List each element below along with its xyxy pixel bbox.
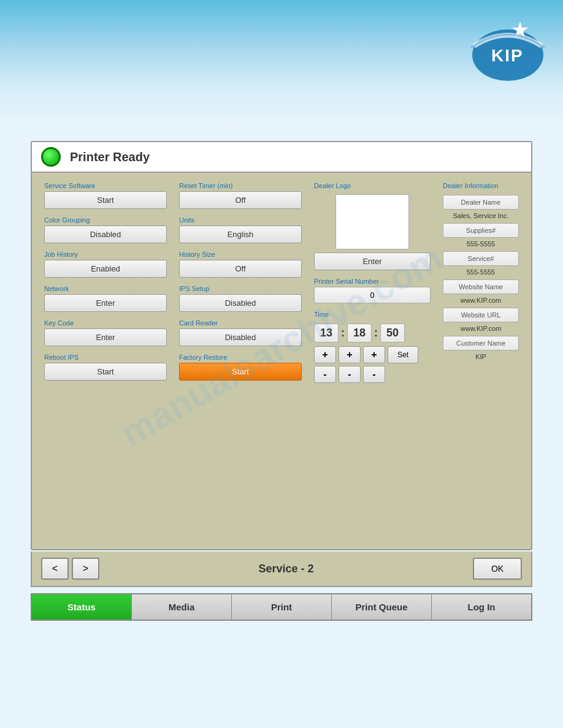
center-column: Dealer Logo Enter Printer Serial Number … (314, 182, 431, 383)
kip-logo: KIP (468, 12, 548, 85)
printer-serial-section: Printer Serial Number (314, 278, 431, 303)
time-hours-minus-button[interactable]: - (314, 366, 336, 383)
reset-timer-section: Reset Timer (min) Off (179, 182, 302, 209)
printer-serial-field (314, 287, 431, 303)
dealer-info-label: Dealer Information (443, 182, 519, 189)
color-grouping-section: Color Grouping Disabled (44, 216, 167, 243)
time-set-button[interactable]: Set (388, 346, 418, 363)
middle-column: Reset Timer (min) Off Units English Hist… (179, 182, 302, 383)
time-separator-2: : (374, 327, 378, 339)
nav-arrows: < > (41, 558, 99, 580)
service-value: 555-5555 (443, 267, 519, 278)
prev-button[interactable]: < (41, 558, 69, 580)
dealer-info-section: Dealer Name Sales, Service Inc. Supplies… (443, 195, 519, 363)
tab-status[interactable]: Status (32, 594, 132, 620)
network-button[interactable]: Enter (44, 294, 167, 312)
tab-print[interactable]: Print (232, 594, 332, 620)
reboot-ips-label: Reboot IPS (44, 354, 167, 361)
reboot-ips-button[interactable]: Start (44, 363, 167, 381)
page-label: Service - 2 (258, 563, 313, 575)
reset-timer-label: Reset Timer (min) (179, 182, 302, 189)
website-url-button[interactable]: Website URL (443, 308, 519, 322)
printer-serial-label: Printer Serial Number (314, 278, 431, 285)
customer-name-value: KIP (443, 352, 519, 363)
status-indicator (41, 147, 61, 167)
tab-bar: Status Media Print Print Queue Log In (31, 593, 532, 621)
bottom-nav: < > Service - 2 OK (31, 552, 532, 587)
key-code-button[interactable]: Enter (44, 328, 167, 346)
dealer-logo-section: Dealer Logo Enter (314, 182, 431, 270)
color-grouping-label: Color Grouping (44, 216, 167, 224)
card-reader-label: Card Reader (179, 319, 302, 327)
history-size-button[interactable]: Off (179, 260, 302, 278)
dealer-name-button[interactable]: Dealer Name (443, 195, 519, 210)
dealer-logo-box (335, 194, 409, 249)
time-seconds: 50 (380, 324, 405, 343)
key-code-section: Key Code Enter (44, 319, 167, 346)
job-history-label: Job History (44, 251, 167, 258)
time-hours-plus-button[interactable]: + (314, 346, 336, 363)
time-display: 13 : 18 : 50 (314, 320, 431, 346)
time-separator-1: : (341, 327, 345, 339)
time-plus-row: + + + Set (314, 346, 431, 363)
time-minus-row: - - - (314, 366, 431, 383)
job-history-section: Job History Enabled (44, 251, 167, 278)
service-software-button[interactable]: Start (44, 191, 167, 209)
website-url-value: www.KIP.com (443, 324, 519, 335)
ips-setup-section: IPS Setup Disabled (179, 285, 302, 312)
service-button[interactable]: Service# (443, 251, 519, 266)
history-size-label: History Size (179, 251, 302, 258)
card-reader-button[interactable]: Disabled (179, 328, 302, 346)
status-bar: Printer Ready (32, 142, 531, 173)
left-column: Service Software Start Color Grouping Di… (44, 182, 167, 383)
history-size-section: History Size Off (179, 251, 302, 278)
main-panel: Printer Ready manualsarchive.com Service… (31, 141, 532, 550)
service-software-section: Service Software Start (44, 182, 167, 209)
time-controls: + + + Set - - - (314, 346, 431, 383)
network-section: Network Enter (44, 285, 167, 312)
printer-serial-input[interactable] (314, 287, 431, 303)
ips-setup-button[interactable]: Disabled (179, 294, 302, 312)
supplies-value: 555-5555 (443, 239, 519, 250)
dealer-logo-label: Dealer Logo (314, 182, 431, 189)
content-area: Service Software Start Color Grouping Di… (32, 173, 531, 392)
color-grouping-button[interactable]: Disabled (44, 226, 167, 243)
status-title: Printer Ready (70, 150, 150, 164)
customer-name-button[interactable]: Customer Name (443, 336, 519, 351)
factory-restore-label: Factory Restore (179, 354, 302, 361)
units-button[interactable]: English (179, 226, 302, 243)
time-seconds-plus-button[interactable]: + (363, 346, 385, 363)
reset-timer-button[interactable]: Off (179, 191, 302, 209)
network-label: Network (44, 285, 167, 292)
tab-log-in[interactable]: Log In (432, 594, 531, 620)
factory-restore-section: Factory Restore Start (179, 354, 302, 381)
card-reader-section: Card Reader Disabled (179, 319, 302, 346)
right-column: Dealer Information Dealer Name Sales, Se… (443, 182, 519, 383)
job-history-button[interactable]: Enabled (44, 260, 167, 278)
units-section: Units English (179, 216, 302, 243)
time-minutes-minus-button[interactable]: - (339, 366, 361, 383)
ips-setup-label: IPS Setup (179, 285, 302, 292)
key-code-label: Key Code (44, 319, 167, 327)
time-hours: 13 (314, 324, 339, 343)
next-button[interactable]: > (72, 558, 99, 580)
tab-print-queue[interactable]: Print Queue (332, 594, 432, 620)
ok-button[interactable]: OK (473, 558, 522, 580)
time-label: Time (314, 311, 431, 318)
reboot-ips-section: Reboot IPS Start (44, 354, 167, 381)
supplies-button[interactable]: Supplies# (443, 223, 519, 238)
website-name-button[interactable]: Website Name (443, 279, 519, 294)
dealer-name-value: Sales, Service Inc. (443, 211, 519, 222)
units-label: Units (179, 216, 302, 224)
website-name-value: www.KIP.com (443, 295, 519, 306)
dealer-logo-enter-button[interactable]: Enter (314, 252, 431, 270)
factory-restore-button[interactable]: Start (179, 363, 302, 381)
time-seconds-minus-button[interactable]: - (363, 366, 385, 383)
tab-media[interactable]: Media (132, 594, 232, 620)
time-section: Time 13 : 18 : 50 + + + Set - (314, 311, 431, 383)
time-minutes: 18 (347, 324, 372, 343)
service-software-label: Service Software (44, 182, 167, 189)
time-minutes-plus-button[interactable]: + (339, 346, 361, 363)
svg-text:KIP: KIP (491, 46, 524, 65)
